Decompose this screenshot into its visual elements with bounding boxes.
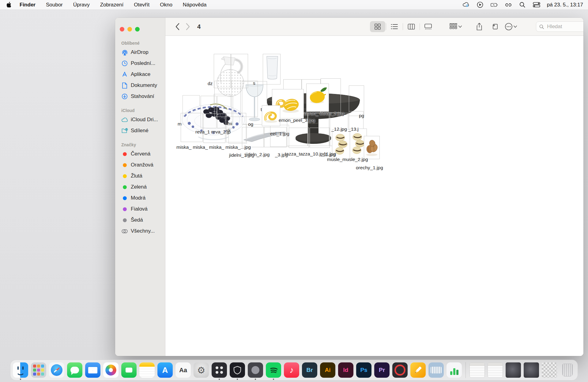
file-frame-16[interactable] — [310, 128, 330, 148]
dock-finder-icon[interactable] — [13, 362, 28, 378]
menu-item-okno[interactable]: Okno — [160, 2, 172, 8]
sidebar-item-label: Zelená — [131, 184, 147, 190]
sidebar-item-fialov[interactable]: Fialová — [119, 204, 163, 215]
dock-mail-icon[interactable] — [85, 362, 100, 378]
sidebar-section-oblben: OblíbenéAirDropPoslední...AplikaceDokume… — [115, 39, 165, 102]
messages-icon — [67, 362, 82, 378]
dock-trash-icon[interactable] — [560, 362, 575, 378]
dock-minimized-window-dark-1[interactable] — [506, 362, 521, 378]
dock-minimized-window-2[interactable] — [488, 362, 503, 378]
dock-adobe-premiere-icon[interactable]: Pr — [374, 362, 390, 378]
sidebar-item-iclouddri[interactable]: iCloud Dri... — [119, 114, 163, 125]
dock-textedit-icon[interactable]: Aa — [175, 362, 191, 378]
dock-dark-game-dots-icon[interactable] — [212, 362, 227, 378]
dock-music-icon[interactable]: ♪ — [284, 362, 299, 378]
sidebar-item-stahovn[interactable]: Stahování — [119, 91, 163, 102]
control-center-icon[interactable] — [533, 2, 540, 8]
sidebar-item-posledn[interactable]: Poslední... — [119, 58, 163, 69]
sidebar-item-label: iCloud Dri... — [131, 117, 158, 123]
launchpad-icon — [31, 362, 46, 378]
sidebar-item-dokumenty[interactable]: Dokumenty — [119, 80, 163, 91]
menu-item-npovda[interactable]: Nápověda — [183, 2, 207, 8]
gallery-view-button[interactable] — [420, 21, 436, 32]
dock-photos-icon[interactable] — [103, 362, 119, 378]
dock-minimized-window-checker[interactable] — [542, 362, 557, 378]
search-input[interactable] — [546, 23, 583, 30]
dock-dark-game-shield-icon[interactable] — [230, 362, 245, 378]
search-field[interactable] — [536, 21, 583, 32]
running-indicator — [219, 379, 220, 380]
lemon-file[interactable] — [306, 84, 329, 112]
forward-button[interactable] — [183, 21, 193, 32]
sidebar-item-oranov[interactable]: Oranžová — [119, 159, 163, 170]
nuts-file[interactable] — [364, 136, 380, 159]
play-circle-icon[interactable] — [477, 2, 484, 8]
dock-stats-app-icon[interactable] — [447, 362, 462, 378]
file-label-13: miska_ miska_ miska_ miska_...jpg — [176, 144, 251, 150]
dock-minimized-window-1[interactable] — [469, 362, 485, 378]
tag-dot-icon — [121, 195, 128, 201]
dock-facetime-icon[interactable] — [121, 362, 137, 378]
sidebar-item-sdlen[interactable]: Sdílené — [119, 125, 163, 136]
dock-system-settings-icon[interactable]: ⚙ — [194, 362, 209, 378]
icon-view-button[interactable] — [370, 21, 385, 32]
dock-gray-app-icon[interactable] — [248, 362, 263, 378]
file-frame-15[interactable] — [289, 128, 309, 148]
zoom-button[interactable] — [135, 27, 140, 32]
menubar-clock[interactable]: pá 23. 5., 13:17 — [547, 2, 583, 8]
sidebar-item-label: Dokumenty — [131, 82, 157, 88]
apple-logo-icon[interactable] — [7, 2, 13, 8]
file-frame-17[interactable] — [181, 113, 203, 142]
dock-keyboard-app-icon[interactable] — [428, 362, 444, 378]
file-frame-23[interactable] — [264, 127, 287, 147]
dock-adobe-indesign-icon[interactable]: Id — [338, 362, 353, 378]
minimize-button[interactable] — [127, 27, 132, 32]
sidebar-section-title: Značky — [119, 141, 163, 148]
app-store-icon: A — [157, 362, 173, 378]
back-button[interactable] — [172, 21, 183, 32]
dock-spotify-icon[interactable] — [266, 362, 281, 378]
more-button[interactable] — [505, 23, 517, 31]
trash-icon — [560, 362, 575, 378]
menu-item-zobrazen[interactable]: Zobrazení — [100, 2, 124, 8]
sidebar-item-airdrop[interactable]: AirDrop — [119, 47, 163, 58]
pencil-app-icon — [410, 362, 426, 378]
tag-dot-icon — [121, 162, 128, 168]
dock-launchpad-icon[interactable] — [31, 362, 46, 378]
menu-item-pravy[interactable]: Úpravy — [73, 2, 90, 8]
search-icon[interactable] — [519, 2, 526, 8]
link-icon[interactable] — [505, 2, 512, 8]
lemon-peel-file[interactable] — [262, 105, 280, 126]
sidebar-item-vechny[interactable]: Všechny... — [119, 226, 163, 237]
sidebar-item-zelen[interactable]: Zelená — [119, 182, 163, 193]
share-button[interactable] — [473, 21, 486, 32]
dock-notes-icon[interactable] — [139, 362, 155, 378]
file-frame-20[interactable] — [201, 96, 217, 128]
dock-adobe-illustrator-icon[interactable]: Ai — [320, 362, 335, 378]
cloud-sync-icon[interactable] — [462, 2, 470, 8]
column-view-button[interactable] — [404, 21, 419, 32]
menu-item-finder[interactable]: Finder — [20, 2, 36, 8]
dock-app-store-icon[interactable]: A — [157, 362, 173, 378]
sidebar-item-erven[interactable]: Červená — [119, 148, 163, 159]
dock-adobe-bridge-icon[interactable]: Br — [302, 362, 317, 378]
sidebar-item-ed[interactable]: Šedá — [119, 215, 163, 226]
group-by-button[interactable] — [450, 23, 462, 30]
dock-minimized-window-dark-2[interactable] — [524, 362, 539, 378]
list-view-button[interactable] — [387, 21, 402, 32]
dock-pencil-app-icon[interactable] — [410, 362, 426, 378]
battery-charging-icon[interactable] — [491, 2, 498, 8]
close-button[interactable] — [120, 27, 124, 32]
sidebar-item-label: Poslední... — [131, 60, 155, 66]
sidebar-item-modr[interactable]: Modrá — [119, 193, 163, 204]
dock-messages-icon[interactable] — [67, 362, 82, 378]
sidebar-item-lut[interactable]: Žlutá — [119, 170, 163, 182]
sidebar-item-aplikace[interactable]: Aplikace — [119, 69, 163, 80]
dock-red-ring-app-icon[interactable] — [392, 362, 408, 378]
dock-safari-icon[interactable] — [49, 362, 64, 378]
menu-item-soubor[interactable]: Soubor — [46, 2, 63, 8]
tag-button[interactable] — [489, 21, 502, 32]
menu-item-otevt[interactable]: Otevřít — [134, 2, 149, 8]
file-frame-3[interactable] — [263, 54, 281, 84]
dock-adobe-photoshop-icon[interactable]: Ps — [356, 362, 371, 378]
